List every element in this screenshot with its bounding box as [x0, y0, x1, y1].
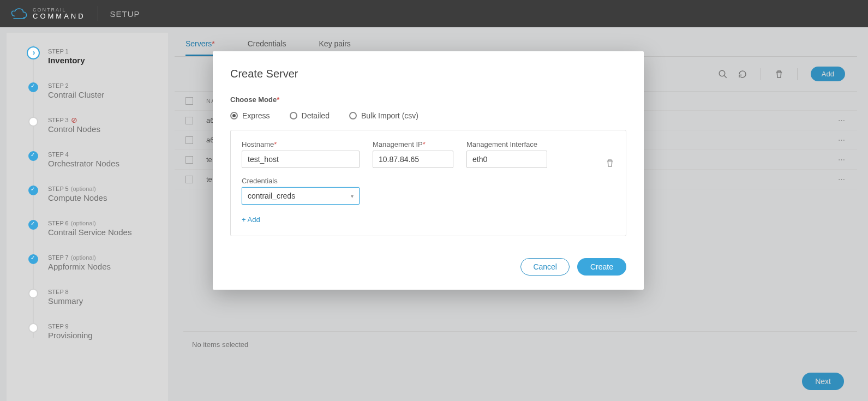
add-server-link[interactable]: + Add — [242, 216, 615, 224]
field-management-ip: Management IP* — [373, 140, 453, 168]
management-ip-input[interactable] — [373, 151, 453, 168]
brand-logo: CONTRAIL COMMAND — [11, 8, 86, 20]
chevron-down-icon: ▾ — [351, 193, 354, 199]
hostname-label: Hostname* — [242, 140, 360, 148]
step-marker-pending-icon — [28, 117, 38, 127]
management-interface-label: Management Interface — [466, 140, 547, 148]
mode-radio-group: Express Detailed Bulk Import (csv) — [230, 111, 626, 120]
step-marker-pending-icon — [28, 289, 38, 298]
credentials-value: contrail_creds — [248, 191, 295, 200]
create-button[interactable]: Create — [577, 258, 626, 276]
header-divider — [98, 6, 98, 21]
field-management-interface: Management Interface — [466, 140, 547, 168]
mode-label: Choose Mode* — [230, 95, 626, 104]
check-icon — [28, 185, 38, 195]
management-interface-input[interactable] — [466, 151, 547, 168]
cancel-button[interactable]: Cancel — [520, 258, 570, 276]
credentials-select[interactable]: contrail_creds ▾ — [242, 187, 360, 205]
radio-icon — [349, 112, 357, 119]
check-icon — [28, 220, 38, 230]
brand-lower: COMMAND — [33, 13, 86, 20]
check-icon — [28, 254, 38, 264]
radio-detailed[interactable]: Detailed — [290, 111, 330, 120]
check-icon — [28, 151, 38, 161]
step-marker-pending-icon — [28, 323, 38, 333]
radio-selected-icon — [230, 112, 238, 119]
dialog-actions: Cancel Create — [230, 258, 626, 276]
radio-express[interactable]: Express — [230, 111, 270, 120]
check-icon — [28, 82, 38, 92]
cloud-logo-icon — [11, 8, 27, 20]
field-hostname: Hostname* — [242, 140, 360, 168]
field-credentials: Credentials contrail_creds ▾ — [242, 177, 360, 205]
dialog-title: Create Server — [230, 68, 626, 80]
step-marker-active-icon — [27, 46, 40, 59]
delete-row-icon[interactable] — [605, 158, 615, 168]
radio-icon — [290, 112, 297, 119]
hostname-input[interactable] — [242, 151, 360, 168]
credentials-label: Credentials — [242, 177, 360, 185]
header-title: SETUP — [110, 9, 140, 19]
app-header: CONTRAIL COMMAND SETUP — [0, 0, 868, 27]
create-server-dialog: Create Server Choose Mode* Express Detai… — [213, 51, 644, 290]
server-form: Hostname* Management IP* Management Inte… — [230, 130, 626, 236]
management-ip-label: Management IP* — [373, 140, 453, 148]
radio-bulk-import[interactable]: Bulk Import (csv) — [349, 111, 418, 120]
